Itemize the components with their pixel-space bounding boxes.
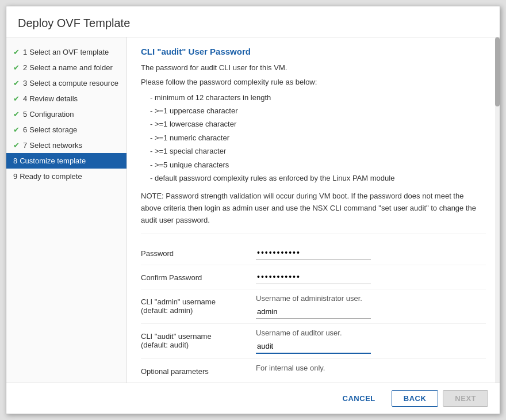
form-label-0: Password: [141, 246, 256, 258]
sidebar-item-label: Select a name and folder: [29, 63, 113, 72]
check-icon: ✔: [13, 63, 20, 72]
check-icon: ✔: [13, 48, 20, 56]
sidebar-item-label: Select a compute resource: [29, 79, 118, 87]
sidebar-item-step1[interactable]: ✔1 Select an OVF template: [6, 44, 126, 60]
check-icon: ✔: [13, 79, 20, 87]
check-icon: ✔: [13, 125, 20, 134]
sidebar-item-label: Select storage: [29, 125, 77, 134]
dialog-title: Deploy OVF Template: [6, 6, 500, 37]
note: NOTE: Password strength validation will …: [141, 190, 486, 226]
step-num: 2: [23, 63, 27, 72]
step-num: 5: [23, 110, 27, 119]
form-field-desc-3: Username of auditor user.: [256, 329, 486, 337]
deploy-ovf-dialog: Deploy OVF Template ✔1 Select an OVF tem…: [6, 6, 500, 414]
form-field-0: [256, 246, 486, 260]
rules-list: - minimum of 12 characters in length- >=…: [150, 91, 486, 185]
form-input-0[interactable]: [256, 246, 371, 260]
step-num: 1: [23, 48, 27, 56]
dialog-footer: CANCEL BACK NEXT: [6, 383, 500, 414]
form-label-1: Confirm Password: [141, 270, 256, 282]
form-field-desc-4: For internal use only.: [256, 364, 486, 372]
form-row-4: Optional parametersFor internal use only…: [141, 359, 486, 380]
form-field-3: Username of auditor user.: [256, 329, 486, 354]
next-button: NEXT: [443, 390, 488, 407]
dialog-body: ✔1 Select an OVF template✔2 Select a nam…: [6, 37, 500, 383]
step-num: 3: [23, 79, 27, 87]
sidebar-item-step8[interactable]: 8 Customize template: [6, 153, 126, 169]
rule-item: - minimum of 12 characters in length: [150, 91, 486, 104]
sidebar-item-label: Customize template: [20, 156, 86, 165]
sidebar-item-step7[interactable]: ✔7 Select networks: [6, 138, 126, 153]
form-row-1: Confirm Password: [141, 265, 486, 289]
form-field-1: [256, 270, 486, 284]
form-row-2: CLI "admin" username(default: admin)User…: [141, 289, 486, 324]
form-label-3: CLI "audit" username(default: audit): [141, 329, 256, 349]
cancel-button[interactable]: CANCEL: [331, 391, 387, 406]
rule-item: - default password complexity rules as e…: [150, 171, 486, 185]
check-icon: ✔: [13, 141, 20, 150]
form-row-3: CLI "audit" username(default: audit)User…: [141, 324, 486, 359]
desc2: Please follow the password complexity ru…: [141, 77, 486, 89]
scrollbar-thumb[interactable]: [495, 37, 500, 106]
step-num: 8: [13, 156, 17, 165]
step-num: 6: [23, 125, 27, 134]
sidebar-item-step3[interactable]: ✔3 Select a compute resource: [6, 75, 126, 91]
sidebar: ✔1 Select an OVF template✔2 Select a nam…: [6, 37, 127, 383]
form-label-2: CLI "admin" username(default: admin): [141, 294, 256, 315]
form-label-4: Optional parameters: [141, 364, 256, 376]
form-row-0: Password: [141, 241, 486, 265]
form-input-1[interactable]: [256, 270, 371, 284]
sidebar-item-step5[interactable]: ✔5 Configuration: [6, 106, 126, 122]
step-num: 4: [23, 94, 27, 103]
back-button[interactable]: BACK: [392, 390, 439, 407]
rule-item: - >=5 unique characters: [150, 158, 486, 171]
scrollbar[interactable]: [495, 37, 500, 383]
sidebar-item-step2[interactable]: ✔2 Select a name and folder: [6, 60, 126, 75]
sidebar-item-label: Select an OVF template: [29, 48, 109, 56]
sidebar-item-label: Review details: [29, 94, 78, 103]
section-title: CLI "audit" User Password: [141, 47, 486, 56]
step-num: 7: [23, 141, 27, 150]
rule-item: - >=1 lowercase character: [150, 117, 486, 131]
sidebar-item-step4[interactable]: ✔4 Review details: [6, 91, 126, 106]
form-fields: PasswordConfirm PasswordCLI "admin" user…: [141, 234, 486, 383]
content-area: CLI "audit" User Password The password f…: [127, 37, 500, 383]
step-num: 9: [13, 172, 17, 181]
rule-item: - >=1 special character: [150, 144, 486, 158]
form-field-2: Username of administrator user.: [256, 294, 486, 319]
sidebar-item-label: Configuration: [29, 110, 74, 119]
form-field-4: For internal use only.: [256, 364, 486, 375]
sidebar-item-step9[interactable]: 9 Ready to complete: [6, 169, 126, 184]
check-icon: ✔: [13, 94, 20, 103]
sidebar-item-label: Ready to complete: [20, 172, 82, 181]
desc1: The password for audit CLI user for this…: [141, 62, 486, 74]
form-input-2[interactable]: [256, 305, 371, 319]
check-icon: ✔: [13, 110, 20, 119]
form-field-desc-2: Username of administrator user.: [256, 294, 486, 303]
rule-item: - >=1 numeric character: [150, 131, 486, 144]
sidebar-item-step6[interactable]: ✔6 Select storage: [6, 122, 126, 138]
sidebar-item-label: Select networks: [29, 141, 82, 150]
form-input-3[interactable]: [256, 339, 371, 354]
rule-item: - >=1 uppercase character: [150, 104, 486, 117]
main-content: CLI "audit" User Password The password f…: [127, 37, 500, 383]
